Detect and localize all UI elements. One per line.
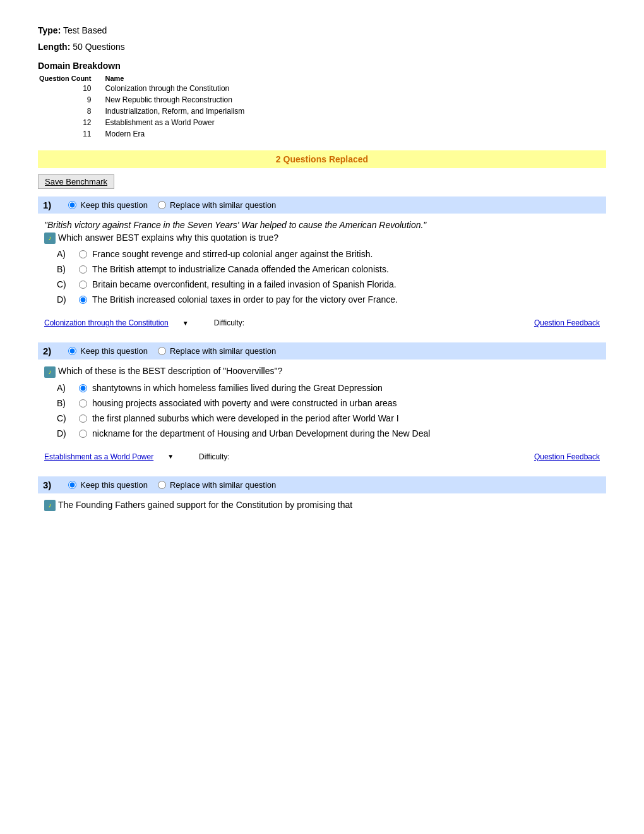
answer-radio-A[interactable]: [79, 384, 87, 392]
answer-letter: A): [57, 383, 79, 393]
answer-letter: B): [57, 398, 79, 408]
question-body: ♪Which of these is the BEST description …: [38, 366, 606, 461]
domain-row: 9New Republic through Reconstruction: [39, 95, 244, 105]
domain-col1-header: Question Count: [39, 75, 104, 82]
length-value: 50 Questions: [73, 42, 125, 52]
answer-options: A)shantytowns in which homeless families…: [57, 383, 600, 438]
save-benchmark-button[interactable]: Save Benchmark: [38, 174, 114, 189]
replace-question-label[interactable]: Replace with similar question: [158, 200, 276, 210]
audio-icon[interactable]: ♪: [44, 233, 56, 244]
question-block: 1) Keep this question Replace with simil…: [38, 196, 606, 327]
domain-name: Modern Era: [105, 129, 245, 139]
question-header: 3) Keep this question Replace with simil…: [38, 476, 606, 493]
replace-question-radio[interactable]: [158, 201, 166, 209]
answer-radio-D[interactable]: [79, 296, 87, 304]
answer-text: France sought revenge and stirred-up col…: [92, 249, 600, 259]
question-quote: "British victory against France in the S…: [44, 220, 600, 230]
length-label: Length:: [38, 42, 70, 52]
domain-count: 10: [39, 83, 104, 94]
domain-link[interactable]: Establishment as a World Power: [44, 452, 153, 461]
type-value: Test Based: [63, 25, 107, 35]
domain-col2-header: Name: [105, 75, 245, 82]
answer-radio-C[interactable]: [79, 414, 87, 423]
keep-question-radio[interactable]: [68, 347, 76, 355]
answer-row: D)nickname for the department of Housing…: [57, 428, 600, 438]
domain-count: 9: [39, 95, 104, 105]
answer-letter: A): [57, 249, 79, 259]
question-prompt: ♪Which of these is the BEST description …: [44, 366, 600, 377]
answer-text: shantytowns in which homeless families l…: [92, 383, 600, 393]
answer-letter: C): [57, 413, 79, 423]
dropdown-arrow-icon[interactable]: ▼: [182, 320, 189, 327]
domain-link[interactable]: Colonization through the Constitution: [44, 318, 169, 327]
domain-row: 10Colonization through the Constitution: [39, 83, 244, 94]
answer-row: A)France sought revenge and stirred-up c…: [57, 249, 600, 259]
audio-icon[interactable]: ♪: [44, 500, 56, 511]
answer-radio-D[interactable]: [79, 430, 87, 438]
keep-question-label[interactable]: Keep this question: [68, 480, 148, 490]
question-header: 1) Keep this question Replace with simil…: [38, 196, 606, 214]
feedback-link[interactable]: Question Feedback: [534, 318, 600, 327]
answer-radio-C[interactable]: [79, 281, 87, 289]
answer-row: A)shantytowns in which homeless families…: [57, 383, 600, 393]
question-block: 3) Keep this question Replace with simil…: [38, 476, 606, 511]
answer-text: The British increased colonial taxes in …: [92, 294, 600, 305]
answer-row: B)The British attempt to industrialize C…: [57, 264, 600, 274]
answer-letter: C): [57, 279, 79, 289]
audio-icon[interactable]: ♪: [44, 366, 56, 378]
feedback-link[interactable]: Question Feedback: [534, 452, 600, 461]
question-number: 3): [43, 480, 62, 490]
question-prompt: ♪Which answer BEST explains why this quo…: [44, 233, 600, 244]
domain-row: 11Modern Era: [39, 129, 244, 139]
answer-text: Britain became overconfident, resulting …: [92, 279, 600, 289]
domain-name: New Republic through Reconstruction: [105, 95, 245, 105]
domain-name: Industrialization, Reform, and Imperiali…: [105, 106, 245, 116]
dropdown-arrow-icon[interactable]: ▼: [167, 453, 174, 460]
answer-letter: B): [57, 264, 79, 274]
domain-count: 11: [39, 129, 104, 139]
domain-name: Colonization through the Constitution: [105, 83, 245, 94]
replace-question-radio[interactable]: [158, 481, 166, 489]
answer-text: The British attempt to industrialize Can…: [92, 264, 600, 274]
domain-row: 8Industrialization, Reform, and Imperial…: [39, 106, 244, 116]
replace-question-radio[interactable]: [158, 347, 166, 355]
answer-radio-B[interactable]: [79, 399, 87, 408]
domain-row: 12Establishment as a World Power: [39, 118, 244, 128]
keep-question-radio[interactable]: [68, 481, 76, 489]
answer-text: the first planned suburbs which were dev…: [92, 413, 600, 423]
question-number: 2): [43, 346, 62, 356]
type-label: Type:: [38, 25, 61, 35]
answer-row: C)Britain became overconfident, resultin…: [57, 279, 600, 289]
question-body: ♪The Founding Fathers gained support for…: [38, 500, 606, 511]
answer-options: A)France sought revenge and stirred-up c…: [57, 249, 600, 305]
question-number: 1): [43, 200, 62, 210]
question-block: 2) Keep this question Replace with simil…: [38, 342, 606, 461]
keep-question-label[interactable]: Keep this question: [68, 200, 148, 210]
replace-question-label[interactable]: Replace with similar question: [158, 346, 276, 356]
difficulty-label: Difficulty:: [214, 318, 244, 327]
question-body: "British victory against France in the S…: [38, 220, 606, 327]
question-prompt: ♪The Founding Fathers gained support for…: [44, 500, 600, 511]
answer-row: D)The British increased colonial taxes i…: [57, 294, 600, 305]
domain-count: 12: [39, 118, 104, 128]
answer-radio-A[interactable]: [79, 250, 87, 258]
keep-question-label[interactable]: Keep this question: [68, 346, 148, 356]
answer-radio-B[interactable]: [79, 265, 87, 274]
answer-text: housing projects associated with poverty…: [92, 398, 600, 408]
meta-section: Type: Test Based Length: 50 Questions Do…: [38, 25, 606, 140]
question-header: 2) Keep this question Replace with simil…: [38, 342, 606, 360]
domain-count: 8: [39, 106, 104, 116]
keep-question-radio[interactable]: [68, 201, 76, 209]
question-footer: Establishment as a World Power▼Difficult…: [44, 447, 600, 461]
domain-table: Question Count Name 10Colonization throu…: [38, 73, 246, 140]
answer-letter: D): [57, 428, 79, 438]
difficulty-label: Difficulty:: [199, 452, 229, 461]
replaced-banner: 2 Questions Replaced: [38, 150, 606, 168]
answer-letter: D): [57, 294, 79, 305]
answer-text: nickname for the department of Housing a…: [92, 428, 600, 438]
answer-row: B)housing projects associated with pover…: [57, 398, 600, 408]
replace-question-label[interactable]: Replace with similar question: [158, 480, 276, 490]
question-footer: Colonization through the Constitution▼Di…: [44, 313, 600, 327]
domain-title: Domain Breakdown: [38, 61, 606, 71]
domain-name: Establishment as a World Power: [105, 118, 245, 128]
